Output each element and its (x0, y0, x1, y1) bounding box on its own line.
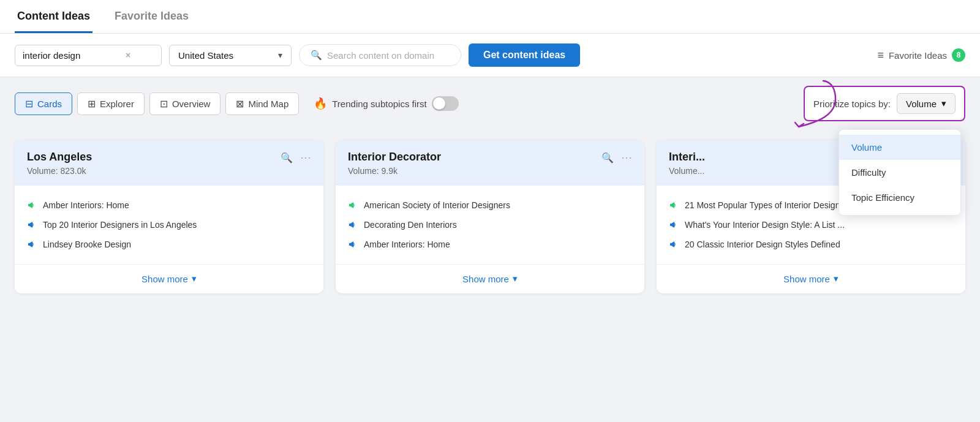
app-container: Content Ideas Favorite Ideas × United St… (0, 0, 980, 422)
dropdown-item-topic-efficiency[interactable]: Topic Efficiency (839, 185, 960, 210)
prioritize-label: Prioritize topics by: (813, 99, 891, 109)
card-3-show-more[interactable]: Show more ▾ (783, 273, 839, 284)
card-1-volume: Volume: 823.0k (27, 166, 281, 176)
card-2-item-1: Decorating Den Interiors (348, 215, 632, 235)
card-1-item-2-label: Lindsey Brooke Design (43, 239, 131, 249)
toggle-knob (433, 97, 445, 110)
tab-cards-label: Cards (37, 99, 62, 109)
card-1-item-2: Lindsey Brooke Design (27, 235, 311, 254)
explorer-icon: ⊞ (88, 98, 96, 110)
volume-chevron-icon: ▾ (941, 98, 946, 109)
dropdown-item-difficulty[interactable]: Difficulty (839, 160, 960, 185)
tab-mindmap[interactable]: ⊠ Mind Map (225, 92, 299, 115)
card-2-item-2-label: Amber Interiors: Home (364, 239, 450, 249)
card-1-item-0-label: Amber Interiors: Home (43, 200, 129, 210)
tab-cards[interactable]: ⊟ Cards (15, 92, 72, 115)
favorite-ideas-button[interactable]: ≡ Favorite Ideas 8 (877, 48, 965, 62)
clear-icon[interactable]: × (126, 50, 130, 60)
card-2-item-1-label: Decorating Den Interiors (364, 220, 457, 230)
tab-content-ideas[interactable]: Content Ideas (15, 0, 92, 33)
search-icon: 🔍 (311, 50, 322, 61)
card-3-item-2: 20 Classic Interior Design Styles Define… (669, 235, 953, 254)
show-more-2-chevron-icon: ▾ (513, 273, 518, 284)
favorite-ideas-label: Favorite Ideas (889, 50, 947, 61)
chevron-down-icon: ▾ (278, 50, 282, 60)
keyword-input[interactable] (23, 50, 121, 61)
trending-label-section: 🔥 Trending subtopics first (314, 96, 459, 111)
card-2-icons: 🔍 ⋯ (601, 151, 632, 164)
tab-explorer-label: Explorer (100, 99, 134, 109)
prioritize-container: Prioritize topics by: Volume ▾ Volume Di… (804, 86, 965, 121)
card-1-title: Los Angeles (27, 151, 281, 164)
country-select[interactable]: United States ▾ (169, 45, 292, 66)
trending-text: Trending subtopics first (332, 99, 427, 109)
card-3-item-0-label: 21 Most Popular Types of Interior Design… (685, 200, 847, 210)
card-1-show-more[interactable]: Show more ▾ (141, 273, 197, 284)
card-1-body: Amber Interiors: Home Top 20 Interior De… (15, 186, 323, 264)
card-1-search-icon[interactable]: 🔍 (281, 152, 293, 164)
card-3-item-2-label: 20 Classic Interior Design Styles Define… (685, 239, 840, 249)
card-1-icons: 🔍 ⋯ (281, 151, 311, 164)
tab-mindmap-label: Mind Map (248, 99, 288, 109)
card-1-header: Los Angeles Volume: 823.0k 🔍 ⋯ (15, 140, 323, 186)
search-row: × United States ▾ 🔍 Get content ideas ≡ … (0, 34, 980, 77)
card-2-volume: Volume: 9.9k (348, 166, 601, 176)
card-interior-decorator: Interior Decorator Volume: 9.9k 🔍 ⋯ Amer… (336, 140, 644, 293)
card-1-item-0: Amber Interiors: Home (27, 195, 311, 215)
view-row: ⊟ Cards ⊞ Explorer ⊡ Overview ⊠ Mind Map… (0, 77, 980, 130)
megaphone-icon-1 (27, 220, 37, 230)
megaphone-icon-c2-2 (348, 239, 358, 249)
prioritize-section: Prioritize topics by: Volume ▾ Volume Di… (804, 86, 965, 121)
card-2-item-2: Amber Interiors: Home (348, 235, 632, 254)
card-1-more-icon[interactable]: ⋯ (300, 151, 311, 164)
prioritize-dropdown-menu: Volume Difficulty Topic Efficiency (839, 129, 961, 216)
megaphone-icon-2 (27, 239, 37, 249)
megaphone-icon-c3-2 (669, 239, 679, 249)
card-2-item-0: American Society of Interior Designers (348, 195, 632, 215)
show-more-3-chevron-icon: ▾ (834, 273, 839, 284)
cards-container: Los Angeles Volume: 823.0k 🔍 ⋯ Amber Int… (0, 130, 980, 303)
domain-search-input[interactable] (327, 50, 450, 61)
tab-overview[interactable]: ⊡ Overview (149, 92, 221, 115)
fire-icon: 🔥 (314, 97, 327, 110)
volume-selected-label: Volume (906, 99, 937, 109)
top-nav: Content Ideas Favorite Ideas (0, 0, 980, 34)
megaphone-icon-c3-1 (669, 220, 679, 230)
trending-toggle[interactable] (432, 96, 459, 111)
card-3-item-1-label: What's Your Interior Design Style: A Lis… (685, 220, 845, 230)
card-2-header: Interior Decorator Volume: 9.9k 🔍 ⋯ (336, 140, 644, 186)
tab-overview-label: Overview (172, 99, 211, 109)
card-2-title: Interior Decorator (348, 151, 601, 164)
card-1-item-1: Top 20 Interior Designers in Los Angeles (27, 215, 311, 235)
megaphone-icon-c2-1 (348, 220, 358, 230)
show-more-chevron-icon: ▾ (192, 273, 197, 284)
megaphone-icon-0 (27, 200, 37, 210)
card-1-title-section: Los Angeles Volume: 823.0k (27, 151, 281, 176)
tab-favorite-ideas[interactable]: Favorite Ideas (112, 0, 191, 33)
card-1-footer: Show more ▾ (15, 264, 323, 293)
card-2-body: American Society of Interior Designers D… (336, 186, 644, 264)
get-ideas-button[interactable]: Get content ideas (469, 43, 580, 67)
card-2-footer: Show more ▾ (336, 264, 644, 293)
overview-icon: ⊡ (160, 98, 168, 110)
card-los-angeles: Los Angeles Volume: 823.0k 🔍 ⋯ Amber Int… (15, 140, 323, 293)
favorite-badge: 8 (952, 48, 965, 62)
card-3-footer: Show more ▾ (657, 264, 965, 293)
volume-select-dropdown[interactable]: Volume ▾ Volume Difficulty Topic Efficie… (897, 93, 956, 114)
cards-icon: ⊟ (25, 98, 33, 110)
card-3-item-1: What's Your Interior Design Style: A Lis… (669, 215, 953, 235)
domain-search-wrapper: 🔍 (299, 44, 461, 66)
card-1-item-1-label: Top 20 Interior Designers in Los Angeles (43, 220, 197, 230)
list-icon: ≡ (877, 49, 884, 62)
mindmap-icon: ⊠ (236, 98, 244, 110)
card-2-item-0-label: American Society of Interior Designers (364, 200, 510, 210)
megaphone-icon-c3-0 (669, 200, 679, 210)
megaphone-icon-c2-0 (348, 200, 358, 210)
card-2-more-icon[interactable]: ⋯ (621, 151, 632, 164)
tab-explorer[interactable]: ⊞ Explorer (77, 92, 145, 115)
card-2-show-more[interactable]: Show more ▾ (462, 273, 518, 284)
country-label: United States (178, 50, 233, 61)
card-2-search-icon[interactable]: 🔍 (601, 152, 614, 164)
keyword-input-wrapper: × (15, 45, 162, 66)
dropdown-item-volume[interactable]: Volume (839, 135, 960, 160)
